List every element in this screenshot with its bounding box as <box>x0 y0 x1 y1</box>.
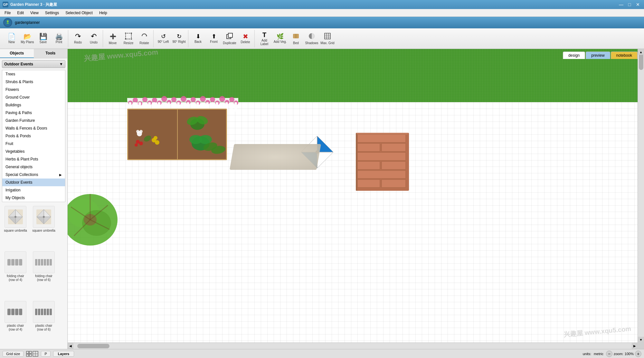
toolbar-myplans[interactable]: 📂 My Plans <box>20 30 35 47</box>
toolbar-90left[interactable]: ↺ 90° Left <box>156 30 171 47</box>
menu-settings[interactable]: Settings <box>43 10 62 16</box>
category-paving[interactable]: Paving & Paths <box>2 109 65 117</box>
addveg-label: Add Veg. <box>274 40 287 44</box>
toolbar-group-misc: T Add Label 🌿 Add Veg. Bed Shad <box>255 30 336 47</box>
grid-size-button[interactable]: Grid size <box>3 351 24 357</box>
plastic-chair-6-thumb <box>33 301 55 323</box>
toolbar-duplicate[interactable]: Duplicate <box>222 30 237 47</box>
paving-svg <box>354 131 411 192</box>
svg-rect-134 <box>357 143 380 151</box>
menu-edit[interactable]: Edit <box>14 10 26 16</box>
category-herbs[interactable]: Herbs & Plant Pots <box>2 155 65 163</box>
category-buildings[interactable]: Buildings <box>2 101 65 109</box>
category-furniture[interactable]: Garden Furniture <box>2 117 65 124</box>
object-folding-chair-row-6[interactable]: folding chair (row of 6) <box>31 250 57 297</box>
category-pools[interactable]: Pools & Ponds <box>2 132 65 140</box>
svg-point-73 <box>152 98 157 103</box>
category-list: Trees Shrubs & Plants Flowers Ground Cov… <box>2 70 65 202</box>
tab-objects[interactable]: Objects <box>0 49 34 58</box>
object-plastic-chair-row-6[interactable]: plastic chair (row of 6) <box>31 300 57 346</box>
toolbar-save[interactable]: 💾 Save <box>35 30 51 47</box>
plastic-chair-4-thumb <box>5 301 26 323</box>
menu-file[interactable]: File <box>2 10 13 16</box>
view-tab-preview[interactable]: preview <box>586 52 610 59</box>
view-tab-design[interactable]: design <box>563 52 585 59</box>
object-plastic-chair-row-4[interactable]: plastic chair (row of 4) <box>3 300 28 346</box>
object-square-umbrella-1[interactable]: square umbrella <box>3 205 28 247</box>
category-outdoor-events[interactable]: Outdoor Events <box>2 179 65 186</box>
menu-help[interactable]: Help <box>97 10 110 16</box>
category-general[interactable]: General objects <box>2 163 65 171</box>
grid-canvas[interactable] <box>68 102 638 343</box>
toolbar-print[interactable]: 🖨️ Print <box>51 30 67 47</box>
category-vegetables[interactable]: Vegetables <box>2 148 65 155</box>
raised-bed[interactable] <box>127 109 227 160</box>
folding-chair-6-label: folding chair (row of 6) <box>32 274 55 282</box>
menu-view[interactable]: View <box>28 10 41 16</box>
toolbar-addlabel[interactable]: T Add Label <box>257 30 272 47</box>
garden-canvas[interactable]: ▲ ▼ ◀ ▶ 兴趣屋 www.xqu5.com 兴趣屋 www.xqu5.co… <box>68 49 644 349</box>
toolbar-undo[interactable]: ↶ Undo <box>86 30 101 47</box>
category-special[interactable]: Special Collections ▶ <box>2 171 65 179</box>
shadows-icon <box>308 33 315 41</box>
tab-tools[interactable]: Tools <box>34 49 68 58</box>
shadows-label: Shadows <box>305 41 318 45</box>
front-label: Front <box>210 40 217 44</box>
svg-rect-41 <box>15 309 18 315</box>
toolbar-move[interactable]: Move <box>105 30 120 47</box>
svg-rect-40 <box>11 309 14 315</box>
toolbar-delete[interactable]: ✖ Delete <box>238 30 253 47</box>
zoom-out-button[interactable]: − <box>606 351 612 357</box>
category-dropdown[interactable]: Outdoor Events ▼ <box>2 60 65 68</box>
toolbar-resize[interactable]: Resize <box>121 30 136 47</box>
category-trees[interactable]: Trees <box>2 70 65 78</box>
toolbar-shadows[interactable]: Shadows <box>304 30 319 47</box>
toolbar-front[interactable]: ⬆ Front <box>206 30 222 47</box>
view-tab-notebook[interactable]: notebook <box>611 52 638 59</box>
minimize-button[interactable]: — <box>618 1 625 8</box>
menu-selected-object[interactable]: Selected Object <box>63 10 95 16</box>
title-bar-controls[interactable]: — □ ✕ <box>618 1 641 8</box>
svg-rect-37 <box>47 259 49 266</box>
object-folding-chair-row-4[interactable]: folding chair (row of 4) <box>3 250 28 297</box>
category-walls[interactable]: Walls & Fences & Doors <box>2 124 65 132</box>
toolbar-90right[interactable]: ↻ 90° Right <box>171 30 187 47</box>
toolbar-addveg[interactable]: 🌿 Add Veg. <box>272 30 288 47</box>
special-arrow-icon: ▶ <box>59 173 62 177</box>
scrollbar-right-btn[interactable]: ▶ <box>632 343 638 349</box>
print-icon: 🖨️ <box>55 33 63 40</box>
toolbar-rotate[interactable]: Rotate <box>137 30 152 47</box>
category-irrigation[interactable]: Irrigation <box>2 186 65 194</box>
scrollbar-left-btn[interactable]: ◀ <box>68 343 73 349</box>
p-button[interactable]: P <box>41 351 50 357</box>
category-fruit[interactable]: Fruit <box>2 140 65 148</box>
category-shrubs[interactable]: Shrubs & Plants <box>2 78 65 86</box>
scrollbar-up-btn[interactable]: ▲ <box>638 49 644 55</box>
90left-icon: ↺ <box>161 34 166 39</box>
undo-icon: ↶ <box>91 33 97 40</box>
toolbar-bed[interactable]: Bed <box>288 30 304 47</box>
large-tree[interactable] <box>68 188 122 252</box>
horizontal-scrollbar[interactable]: ◀ ▶ <box>68 343 638 349</box>
category-myobjects[interactable]: My Objects <box>2 194 65 202</box>
layers-button[interactable]: Layers <box>53 351 74 357</box>
zoom-in-button[interactable]: + <box>635 351 641 357</box>
back-icon: ⬇ <box>196 34 201 39</box>
toolbar-maxgrid[interactable]: Max. Grid <box>320 30 335 47</box>
maximize-button[interactable]: □ <box>626 1 633 8</box>
close-button[interactable]: ✕ <box>634 1 641 8</box>
vertical-scrollbar[interactable]: ▲ ▼ <box>638 49 644 343</box>
toolbar-new[interactable]: 📄 New <box>4 30 19 47</box>
paving-deck[interactable] <box>354 131 411 192</box>
toolbar-redo[interactable]: ↷ Redo <box>70 30 86 47</box>
horizontal-scrollbar-thumb[interactable] <box>77 344 109 348</box>
toolbar-back[interactable]: ⬇ Back <box>190 30 206 47</box>
object-square-umbrella-2[interactable]: square umbrella <box>31 205 57 247</box>
svg-point-1 <box>7 20 9 22</box>
title-bar: GP Garden Planner 3 · 兴趣屋 — □ ✕ <box>0 0 644 9</box>
scroll-corner <box>638 343 644 349</box>
grid-small-icon <box>26 351 32 357</box>
category-groundcover[interactable]: Ground Cover <box>2 93 65 101</box>
scrollbar-down-btn[interactable]: ▼ <box>638 337 644 343</box>
category-flowers[interactable]: Flowers <box>2 86 65 93</box>
